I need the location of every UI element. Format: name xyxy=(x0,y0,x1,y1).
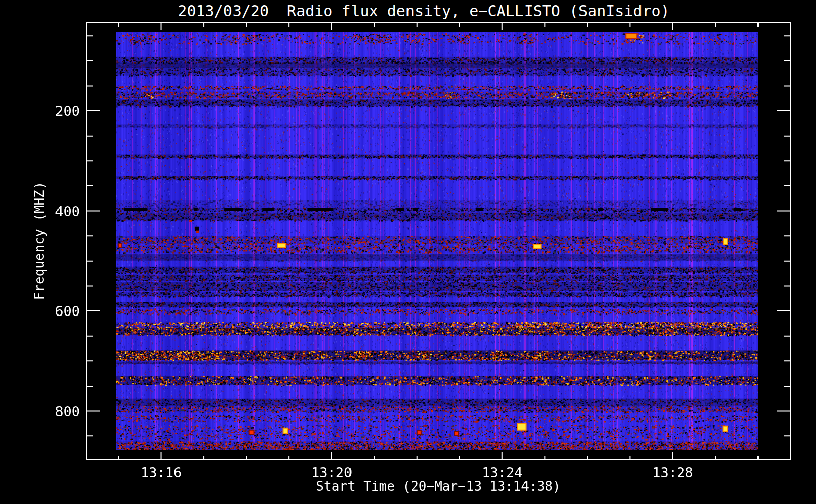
spectrogram-page: 2013/03/20 Radio flux density, e−CALLIST… xyxy=(0,0,816,504)
spectrogram-image xyxy=(116,32,758,450)
x-tick-label: 13:16 xyxy=(141,465,182,480)
x-tick-label: 13:20 xyxy=(311,465,352,480)
x-tick-label: 13:24 xyxy=(482,465,522,480)
x-tick-label: 13:28 xyxy=(652,465,693,480)
x-axis-title: Start Time (20−Mar−13 13:14:38) xyxy=(316,479,560,494)
y-tick-label: 200 xyxy=(55,103,80,119)
y-tick-label: 800 xyxy=(55,403,80,419)
y-tick-label: 400 xyxy=(55,203,80,219)
y-axis-title: Frequency (MHZ) xyxy=(32,182,47,300)
chart-title: 2013/03/20 Radio flux density, e−CALLIST… xyxy=(178,2,669,20)
y-tick-label: 600 xyxy=(55,303,80,319)
